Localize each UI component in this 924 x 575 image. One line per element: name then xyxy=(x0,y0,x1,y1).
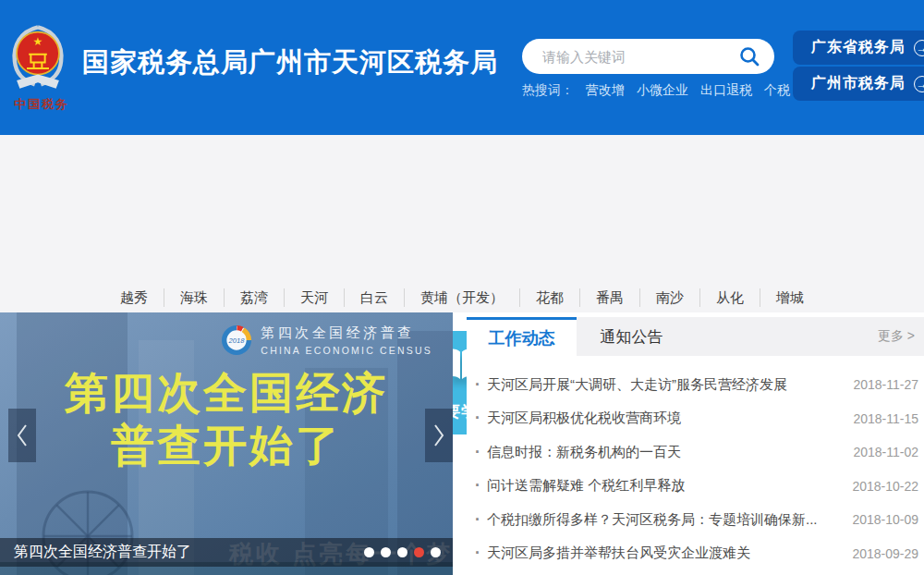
news-row: 天河区局多措并举帮扶台风受灾企业渡难关 2018-09-29 xyxy=(467,537,924,571)
headline-line1: 第四次全国经济 xyxy=(0,366,453,419)
news-row: 问计送需解疑难 个税红利早释放 2018-10-22 xyxy=(467,470,924,504)
district-item-yuexiu[interactable]: 越秀 xyxy=(104,288,164,307)
hero-carousel: 税收 点亮每一个梦想 2018 第四次全国经济普查 CHINA ECONOMIC… xyxy=(0,312,453,575)
district-item-conghua[interactable]: 从化 xyxy=(700,288,760,307)
carousel-dot[interactable] xyxy=(397,547,407,557)
svg-text:★: ★ xyxy=(33,35,43,48)
news-title-link[interactable]: 天河区局积极优化税收营商环境 xyxy=(487,410,842,427)
news-date: 2018-10-22 xyxy=(852,479,918,494)
district-item-huadu[interactable]: 花都 xyxy=(520,288,580,307)
district-item-baiyun[interactable]: 白云 xyxy=(345,288,405,307)
gov-button-label: 广州市税务局 xyxy=(811,74,906,93)
news-date: 2018-09-29 xyxy=(852,546,918,561)
news-row: 个税扣缴所得多样？天河区税务局：专题培训确保新... 2018-10-09 xyxy=(467,503,924,537)
carousel-dot[interactable] xyxy=(414,547,424,557)
carousel-dot[interactable] xyxy=(381,547,391,557)
news-panel: 工作动态 通知公告 更多 > 天河区局开展“大调研、大走访”服务民营经济发展 2… xyxy=(467,317,924,575)
news-title-link[interactable]: 天河区局开展“大调研、大走访”服务民营经济发展 xyxy=(487,376,842,394)
district-item-panyu[interactable]: 番禺 xyxy=(580,288,640,307)
carousel-dot[interactable] xyxy=(364,547,374,557)
district-nav: 越秀海珠荔湾天河白云黄埔（开发）花都番禺南沙从化增城 xyxy=(0,288,924,307)
site-header: ★ 中国税务 国家税务总局广州市天河区税务局 热搜词： 营改增 小微企业 出口退… xyxy=(0,0,924,135)
carousel-next-button[interactable] xyxy=(425,409,453,462)
news-row: 信息时报：新税务机构的一百天 2018-11-02 xyxy=(467,435,924,470)
carousel-dot[interactable] xyxy=(431,547,441,557)
guangdong-tax-bureau-button[interactable]: 广东省税务局 xyxy=(793,31,924,65)
carousel-headline: 第四次全国经济 普查开始了 xyxy=(0,366,453,471)
logo-caption: 中国税务 xyxy=(7,96,76,113)
news-date: 2018-10-09 xyxy=(852,512,918,527)
site-logo[interactable]: ★ 中国税务 xyxy=(7,24,76,113)
district-item-liwan[interactable]: 荔湾 xyxy=(225,288,285,307)
news-title-link[interactable]: 问计送需解疑难 个税红利早释放 xyxy=(487,477,841,495)
news-date: 2018-11-27 xyxy=(853,377,918,392)
page-title: 国家税务总局广州市天河区税务局 xyxy=(82,44,498,81)
carousel-prev-button[interactable] xyxy=(8,409,36,462)
district-item-nansha[interactable]: 南沙 xyxy=(640,288,700,307)
district-item-huangpu[interactable]: 黄埔（开发） xyxy=(405,288,520,307)
hot-search-label: 热搜词： xyxy=(522,82,574,99)
gov-button-label: 广东省税务局 xyxy=(811,38,906,57)
chevron-left-icon xyxy=(16,423,29,447)
news-date: 2018-11-15 xyxy=(853,411,918,426)
news-list: 天河区局开展“大调研、大走访”服务民营经济发展 2018-11-27 天河区局积… xyxy=(467,356,924,570)
search-button[interactable] xyxy=(737,39,774,74)
news-title-link[interactable]: 天河区局多措并举帮扶台风受灾企业渡难关 xyxy=(487,544,841,562)
census-title-en: CHINA ECONOMIC CENSUS xyxy=(261,345,432,356)
news-row: 天河区局开展“大调研、大走访”服务民营经济发展 2018-11-27 xyxy=(467,368,924,402)
district-item-haizhu[interactable]: 海珠 xyxy=(164,288,225,307)
news-row: 天河区局积极优化税收营商环境 2018-11-15 xyxy=(467,402,924,436)
hot-keyword-chukoutuishui[interactable]: 出口退税 xyxy=(700,82,752,99)
tax-emblem-icon: ★ xyxy=(7,24,68,91)
middle-band: 越秀海珠荔湾天河白云黄埔（开发）花都番禺南沙从化增城 ¥ 我要办税 我要查询 xyxy=(0,135,924,312)
hot-keyword-geshui[interactable]: 个税 xyxy=(764,82,790,99)
carousel-caption-bar: 第四次全国经济普查开始了 xyxy=(0,538,453,567)
carousel-caption-link[interactable]: 第四次全国经济普查开始了 xyxy=(14,543,191,562)
district-item-zengcheng[interactable]: 增城 xyxy=(760,288,820,307)
headline-line2: 普查开始了 xyxy=(0,419,453,471)
census-logo-icon: 2018 xyxy=(222,325,251,355)
census-badge: 2018 第四次全国经济普查 CHINA ECONOMIC CENSUS xyxy=(222,324,432,356)
hot-keyword-xiaoweiqiye[interactable]: 小微企业 xyxy=(637,82,688,99)
tab-work-updates[interactable]: 工作动态 xyxy=(467,317,577,356)
news-title-link[interactable]: 信息时报：新税务机构的一百天 xyxy=(487,444,842,461)
guangzhou-tax-bureau-button[interactable]: 广州市税务局 xyxy=(793,67,924,101)
carousel-dots xyxy=(364,547,441,557)
district-item-tianhe[interactable]: 天河 xyxy=(285,288,345,307)
news-tab-bar: 工作动态 通知公告 更多 > xyxy=(467,317,924,356)
search-icon xyxy=(738,45,760,67)
svg-text:2018: 2018 xyxy=(228,336,246,345)
chevron-right-icon xyxy=(432,423,445,447)
arrow-circle-icon xyxy=(914,76,924,92)
census-title-cn: 第四次全国经济普查 xyxy=(261,324,432,342)
arrow-circle-icon xyxy=(914,40,924,56)
news-title-link[interactable]: 个税扣缴所得多样？天河区税务局：专题培训确保新... xyxy=(487,511,841,529)
search-input[interactable] xyxy=(541,48,737,66)
more-link[interactable]: 更多 > xyxy=(878,317,915,356)
tab-notices[interactable]: 通知公告 xyxy=(577,317,687,356)
news-date: 2018-11-02 xyxy=(853,445,918,459)
hot-keyword-yinggaizeng[interactable]: 营改增 xyxy=(586,82,625,99)
hot-search-row: 热搜词： 营改增 小微企业 出口退税 个税 xyxy=(522,82,790,99)
search-box xyxy=(522,39,774,74)
